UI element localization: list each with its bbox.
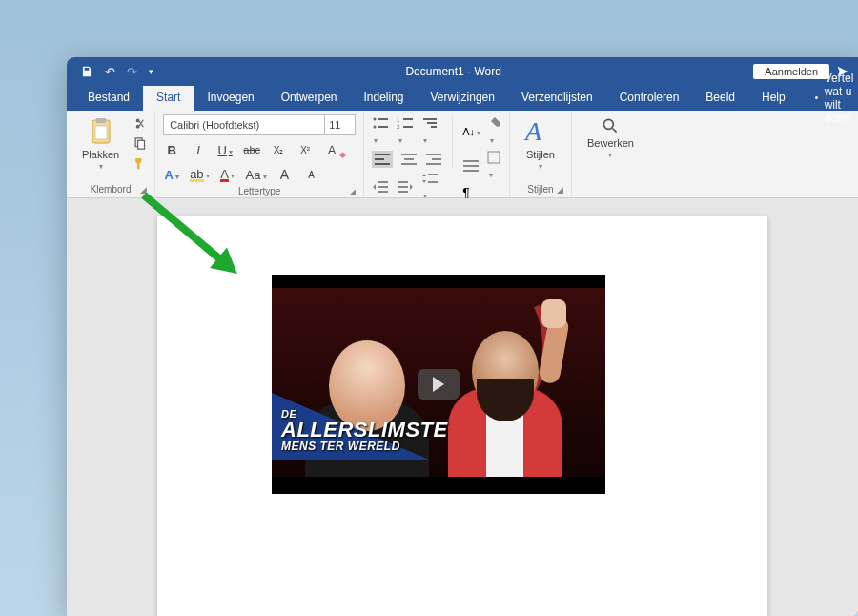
format-painter-icon[interactable] bbox=[133, 156, 147, 171]
tab-mailings[interactable]: Verzendlijsten bbox=[508, 86, 606, 111]
styles-button[interactable]: A Stijlen ▾ bbox=[518, 114, 563, 173]
svg-point-7 bbox=[374, 126, 377, 129]
tab-insert[interactable]: Invoegen bbox=[194, 86, 267, 111]
font-color-button[interactable]: A bbox=[219, 167, 236, 182]
svg-rect-19 bbox=[401, 154, 417, 155]
grow-font-button[interactable]: A bbox=[276, 167, 294, 182]
font-size-input[interactable] bbox=[325, 114, 356, 135]
ribbon: Plakken ▾ Klembord ◢ bbox=[67, 111, 858, 198]
svg-rect-18 bbox=[375, 163, 390, 165]
tab-help[interactable]: Help bbox=[748, 86, 799, 111]
numbering-button[interactable]: 12 bbox=[397, 116, 414, 147]
titlebar: ↶ ↷ ▾ Document1 - Word Aanmelden bbox=[67, 57, 858, 86]
svg-rect-32 bbox=[428, 181, 438, 183]
paste-button[interactable]: Plakken ▾ bbox=[74, 114, 127, 173]
lightbulb-icon bbox=[814, 92, 819, 105]
editing-button[interactable]: Bewerken ▾ bbox=[580, 114, 642, 161]
tab-layout[interactable]: Indeling bbox=[350, 86, 417, 111]
svg-rect-30 bbox=[398, 191, 408, 193]
tab-image[interactable]: Beeld bbox=[692, 86, 748, 111]
svg-text:1: 1 bbox=[397, 117, 400, 123]
align-right-button[interactable] bbox=[425, 153, 442, 166]
group-label-font: Lettertype ◢ bbox=[163, 185, 356, 197]
undo-icon[interactable]: ↶ bbox=[105, 65, 115, 79]
svg-rect-13 bbox=[423, 118, 437, 120]
svg-rect-17 bbox=[375, 158, 384, 160]
borders-button[interactable] bbox=[487, 151, 500, 181]
decrease-indent-button[interactable] bbox=[372, 180, 389, 194]
svg-rect-25 bbox=[378, 181, 388, 183]
multilevel-list-button[interactable] bbox=[421, 116, 439, 147]
tab-references[interactable]: Verwijzingen bbox=[418, 86, 508, 111]
video-title-overlay: DE ALLERSLIMSTE MENS TER WERELD bbox=[281, 409, 448, 452]
svg-rect-8 bbox=[378, 126, 388, 128]
underline-button[interactable]: U bbox=[216, 143, 234, 157]
page: DE ALLERSLIMSTE MENS TER WERELD bbox=[157, 216, 767, 616]
search-icon bbox=[601, 116, 620, 135]
svg-rect-34 bbox=[463, 165, 479, 167]
embedded-video[interactable]: DE ALLERSLIMSTE MENS TER WERELD bbox=[272, 275, 605, 494]
tab-home[interactable]: Start bbox=[143, 86, 194, 111]
clear-formatting-button[interactable]: A◆ bbox=[323, 143, 340, 157]
redo-icon[interactable]: ↷ bbox=[127, 65, 137, 79]
group-styles: A Stijlen ▾ Stijlen ◢ bbox=[510, 111, 572, 197]
dialog-launcher-icon[interactable]: ◢ bbox=[557, 185, 563, 195]
document-area[interactable]: DE ALLERSLIMSTE MENS TER WERELD bbox=[67, 198, 858, 616]
svg-rect-21 bbox=[401, 163, 417, 165]
copy-icon[interactable] bbox=[133, 136, 147, 151]
align-left-button[interactable] bbox=[372, 151, 393, 168]
tab-design[interactable]: Ontwerpen bbox=[268, 86, 351, 111]
svg-rect-23 bbox=[432, 158, 441, 160]
font-name-input[interactable] bbox=[163, 114, 325, 135]
shading-button[interactable] bbox=[488, 116, 501, 147]
svg-rect-29 bbox=[398, 186, 408, 188]
group-label-clipboard: Klembord ◢ bbox=[74, 183, 147, 195]
increase-indent-button[interactable] bbox=[397, 180, 414, 194]
svg-rect-10 bbox=[403, 118, 413, 120]
styles-label: Stijlen bbox=[526, 149, 555, 160]
ribbon-tabs: Bestand Start Invoegen Ontwerpen Indelin… bbox=[67, 86, 858, 111]
tell-me-search[interactable]: Vertel wat u wilt doen bbox=[803, 86, 858, 111]
play-icon[interactable] bbox=[418, 369, 460, 400]
svg-rect-6 bbox=[378, 118, 388, 120]
subscript-button[interactable]: X₂ bbox=[270, 145, 287, 155]
bullets-button[interactable] bbox=[372, 116, 389, 147]
shrink-font-button[interactable]: A bbox=[303, 170, 320, 180]
highlight-button[interactable]: ab bbox=[190, 167, 209, 182]
justify-button[interactable] bbox=[462, 159, 480, 173]
sort-button[interactable]: A↓ bbox=[462, 126, 480, 137]
text-effects-button[interactable]: A bbox=[163, 168, 180, 182]
qat-customize-icon[interactable]: ▾ bbox=[149, 67, 153, 76]
svg-rect-1 bbox=[96, 118, 106, 123]
svg-rect-27 bbox=[378, 191, 388, 193]
svg-rect-12 bbox=[403, 126, 413, 128]
svg-text:2: 2 bbox=[397, 124, 400, 130]
svg-point-5 bbox=[374, 118, 377, 121]
document-title: Document1 - Word bbox=[153, 65, 753, 78]
svg-rect-22 bbox=[426, 154, 441, 155]
svg-rect-35 bbox=[463, 170, 479, 172]
svg-rect-36 bbox=[488, 152, 500, 163]
group-label-styles: Stijlen ◢ bbox=[518, 183, 563, 195]
clipboard-icon bbox=[86, 116, 116, 147]
bold-button[interactable]: B bbox=[163, 143, 180, 157]
tab-file[interactable]: Bestand bbox=[74, 86, 143, 111]
styles-icon: A bbox=[525, 116, 556, 147]
quick-access-toolbar: ↶ ↷ ▾ bbox=[72, 65, 153, 79]
tab-review[interactable]: Controleren bbox=[606, 86, 693, 111]
svg-rect-2 bbox=[95, 126, 107, 139]
signin-button[interactable]: Aanmelden bbox=[753, 64, 829, 79]
italic-button[interactable]: I bbox=[190, 143, 207, 157]
svg-rect-15 bbox=[431, 126, 437, 128]
svg-rect-20 bbox=[404, 158, 414, 160]
change-case-button[interactable]: Aa bbox=[246, 168, 267, 182]
superscript-button[interactable]: X² bbox=[296, 145, 314, 155]
save-icon[interactable] bbox=[80, 65, 93, 78]
svg-rect-26 bbox=[378, 186, 388, 188]
cut-icon[interactable] bbox=[133, 116, 147, 131]
align-center-button[interactable] bbox=[400, 153, 418, 166]
strikethrough-button[interactable]: abc bbox=[243, 144, 260, 155]
dialog-launcher-icon[interactable]: ◢ bbox=[349, 187, 356, 196]
group-editing: Bewerken ▾ bbox=[572, 111, 649, 197]
group-paragraph: 12 A bbox=[364, 111, 510, 197]
